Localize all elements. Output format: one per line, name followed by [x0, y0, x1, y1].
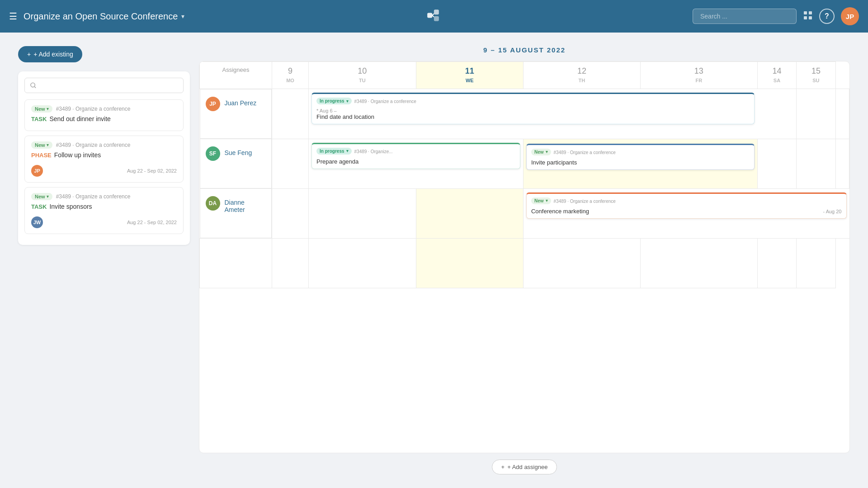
- cal-cell-jp-14[interactable]: [797, 89, 835, 139]
- status-badge: New ▾: [31, 193, 52, 200]
- assignee-cell-sf: SF Sue Feng: [200, 139, 272, 188]
- calendar-row-sf: SF Sue Feng In progress ▾ #3489 · Organi…: [200, 139, 849, 188]
- task-type: PHASE: [31, 152, 52, 159]
- assignees-header: Assignees: [200, 62, 272, 89]
- task-title: Invite sponsors: [49, 203, 92, 210]
- cal-cell-jp-9[interactable]: [272, 89, 309, 139]
- cal-empty-assignee: [200, 239, 272, 288]
- day-header-11: 11 WE: [416, 62, 523, 89]
- app-header: ☰ Organize an Open Source Conference ▾ ?…: [0, 0, 868, 33]
- task-card[interactable]: New ▾ #3489 · Organize a conference TASK…: [24, 187, 184, 234]
- assignee-name-da: Dianne Ameter: [225, 196, 266, 213]
- calendar-row-da: DA Dianne Ameter New ▾ #3489 · Organize: [200, 188, 849, 239]
- calendar-panel: 9 – 15 AUGUST 2022 Assignees 9 MO 10 TU: [199, 46, 850, 474]
- header-right: ? JP: [693, 7, 859, 25]
- cal-cell-da-11[interactable]: [416, 188, 523, 239]
- add-assignee-row: + + Add assignee: [199, 460, 850, 474]
- plus-icon: +: [501, 464, 505, 470]
- assignee-name-sf: Sue Feng: [225, 146, 252, 156]
- add-existing-button[interactable]: + + Add existing: [18, 46, 82, 62]
- svg-rect-4: [809, 11, 812, 14]
- assignee-avatar-jp: JP: [206, 97, 220, 111]
- add-assignee-button[interactable]: + + Add assignee: [492, 460, 557, 474]
- task-ref: #3489 · Organize a conference: [56, 106, 131, 112]
- user-avatar[interactable]: JP: [841, 7, 859, 25]
- plus-icon: +: [27, 51, 31, 58]
- task-title: Send out dinner invite: [49, 115, 110, 122]
- task-ref: #3489 · Organize a conference: [56, 142, 131, 148]
- svg-rect-2: [434, 16, 439, 21]
- task-title: Follow up invites: [54, 151, 101, 159]
- task-badge: New ▾: [531, 197, 551, 204]
- task-date: Aug 22 - Sep 02, 2022: [127, 168, 177, 174]
- cal-cell-jp-10[interactable]: In progress ▾ #3489 · Organize a confere…: [309, 89, 758, 139]
- help-icon[interactable]: ?: [819, 9, 835, 24]
- search-panel: invite New ▾ #3489 · Organize a conferen…: [18, 71, 190, 245]
- cal-cell-jp-15[interactable]: [835, 89, 849, 139]
- cal-empty-9[interactable]: [272, 239, 309, 288]
- svg-rect-0: [427, 13, 432, 18]
- cal-cell-sf-15[interactable]: [835, 139, 849, 188]
- main-content: + + Add existing invite New ▾ #3489 · Or…: [0, 33, 868, 488]
- task-badge: In progress ▾: [316, 98, 351, 104]
- cal-empty-14[interactable]: [757, 239, 796, 288]
- cal-task-invite-participants[interactable]: New ▾ #3489 · Organize a conference Invi…: [526, 144, 755, 170]
- svg-rect-6: [809, 16, 812, 19]
- svg-rect-3: [804, 11, 807, 14]
- task-badge: In progress ▾: [316, 148, 351, 155]
- task-assignee-avatar: JW: [31, 216, 43, 228]
- status-badge: New ▾: [31, 105, 52, 113]
- svg-point-7: [31, 83, 35, 87]
- cal-cell-da-12[interactable]: New ▾ #3489 · Organize a conference Conf…: [523, 188, 849, 239]
- cal-cell-sf-9[interactable]: [272, 139, 309, 188]
- day-header-14: 14 SA: [757, 62, 796, 89]
- cal-cell-da-9[interactable]: [272, 188, 309, 239]
- assignee-name-jp: Juan Perez: [225, 97, 257, 107]
- cal-empty-15[interactable]: [797, 239, 835, 288]
- calendar-table: Assignees 9 MO 10 TU 11 WE: [199, 61, 849, 288]
- status-badge: New ▾: [31, 141, 52, 149]
- task-badge: New ▾: [531, 149, 551, 155]
- cal-cell-sf-10[interactable]: In progress ▾ #3489 · Organize... Prepar…: [309, 139, 524, 188]
- day-header-13: 13 FR: [640, 62, 757, 89]
- task-card[interactable]: New ▾ #3489 · Organize a conference PHAS…: [24, 136, 184, 183]
- cal-task-prepare-agenda[interactable]: In progress ▾ #3489 · Organize... Prepar…: [311, 143, 520, 169]
- day-header-9: 9 MO: [272, 62, 309, 89]
- project-title: Organize an Open Source Conference ▾: [24, 11, 184, 22]
- day-header-10: 10 TU: [309, 62, 416, 89]
- assignee-cell-da: DA Dianne Ameter: [200, 188, 272, 238]
- task-assignee-avatar: JP: [31, 165, 43, 177]
- calendar-container: Assignees 9 MO 10 TU 11 WE: [199, 61, 850, 453]
- day-header-12: 12 TH: [523, 62, 640, 89]
- menu-icon[interactable]: ☰: [9, 11, 17, 22]
- calendar-empty-row: [200, 239, 849, 288]
- cal-cell-da-10[interactable]: [309, 188, 416, 239]
- left-panel: + + Add existing invite New ▾ #3489 · Or…: [18, 46, 190, 474]
- cal-task-conference-marketing[interactable]: New ▾ #3489 · Organize a conference Conf…: [526, 192, 847, 219]
- assignee-cell-jp: JP Juan Perez: [200, 89, 272, 139]
- day-header-15: 15 SU: [797, 62, 835, 89]
- cal-cell-sf-14[interactable]: [797, 139, 835, 188]
- assignee-avatar-sf: SF: [206, 146, 220, 161]
- cal-empty-11[interactable]: [416, 239, 523, 288]
- cal-cell-sf-13[interactable]: [757, 139, 796, 188]
- panel-search-input[interactable]: invite: [40, 82, 178, 89]
- svg-rect-1: [434, 9, 439, 14]
- svg-rect-5: [804, 16, 807, 19]
- calendar-range: 9 – 15 AUGUST 2022: [199, 46, 850, 54]
- cal-task-find-date[interactable]: In progress ▾ #3489 · Organize a confere…: [311, 93, 755, 124]
- grid-icon[interactable]: [803, 10, 813, 23]
- search-icon: [30, 82, 36, 89]
- title-dropdown-icon[interactable]: ▾: [181, 13, 184, 20]
- svg-line-8: [34, 87, 36, 88]
- task-card[interactable]: New ▾ #3489 · Organize a conference TASK…: [24, 99, 184, 131]
- cal-cell-sf-11[interactable]: New ▾ #3489 · Organize a conference Invi…: [523, 139, 757, 188]
- cal-empty-13[interactable]: [640, 239, 757, 288]
- task-ref: #3489 · Organize a conference: [56, 193, 131, 200]
- cal-empty-10[interactable]: [309, 239, 416, 288]
- search-input[interactable]: [693, 9, 797, 24]
- cal-empty-12[interactable]: [523, 239, 640, 288]
- cal-cell-jp-13[interactable]: [757, 89, 796, 139]
- search-wrapper: invite: [24, 78, 184, 93]
- task-type: TASK: [31, 116, 47, 122]
